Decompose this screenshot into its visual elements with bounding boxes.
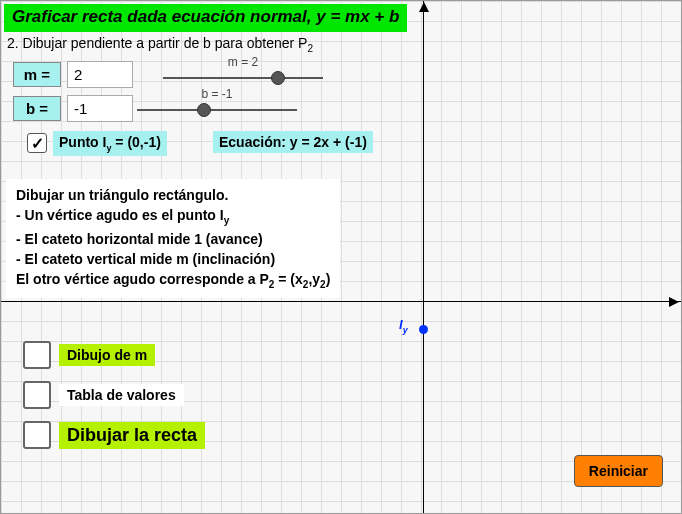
draw-m-checkbox[interactable] — [23, 341, 51, 369]
instr-l4: - El cateto vertical mide m (inclinación… — [16, 251, 275, 267]
b-slider-line — [137, 109, 297, 111]
equation-label: Ecuación: y = 2x + (-1) — [213, 131, 373, 153]
ptn-sub: y — [403, 325, 408, 335]
y-axis-arrow — [419, 2, 429, 12]
m-input[interactable]: 2 — [67, 61, 133, 88]
option-table: Tabla de valores — [23, 381, 184, 409]
intercept-point-label: Punto Iy = (0,-1) — [53, 131, 167, 156]
b-slider[interactable]: b = -1 — [137, 87, 297, 117]
table-checkbox[interactable] — [23, 381, 51, 409]
instr-l5c: ,y — [308, 271, 320, 287]
option-draw-m: Dibujo de m — [23, 341, 155, 369]
instr-l1: Dibujar un triángulo rectángulo. — [16, 187, 228, 203]
m-slider-thumb[interactable] — [271, 71, 285, 85]
instr-l5b: = (x — [274, 271, 302, 287]
m-slider-line — [163, 77, 323, 79]
instr-l2s: y — [224, 215, 230, 226]
instr-l5a: El otro vértice agudo corresponde a P — [16, 271, 269, 287]
instr-l2: - Un vértice agudo es el punto I — [16, 207, 224, 223]
m-label: m = — [13, 62, 61, 87]
page-title: Graficar recta dada ecuación normal, y =… — [4, 4, 407, 32]
draw-line-label: Dibujar la recta — [59, 422, 205, 449]
b-label: b = — [13, 96, 61, 121]
draw-m-label: Dibujo de m — [59, 344, 155, 366]
intercept-checkbox[interactable] — [27, 133, 47, 153]
intercept-point[interactable] — [419, 325, 428, 334]
m-slider-caption: m = 2 — [228, 55, 258, 69]
option-draw-line: Dibujar la recta — [23, 421, 205, 449]
reset-button[interactable]: Reiniciar — [574, 455, 663, 487]
b-slider-track[interactable] — [137, 103, 297, 117]
b-slider-thumb[interactable] — [197, 103, 211, 117]
app-stage: Graficar recta dada ecuación normal, y =… — [0, 0, 682, 514]
y-axis — [423, 1, 424, 513]
pt-post: = (0,-1) — [111, 134, 160, 150]
step-text: 2. Dibujar pendiente a partir de b para … — [7, 35, 307, 51]
m-slider-track[interactable] — [163, 71, 323, 85]
draw-line-checkbox[interactable] — [23, 421, 51, 449]
x-axis — [1, 301, 681, 302]
b-slider-caption: b = -1 — [201, 87, 232, 101]
instr-l3: - El cateto horizontal mide 1 (avance) — [16, 231, 263, 247]
b-input[interactable]: -1 — [67, 95, 133, 122]
m-input-row: m = 2 — [13, 61, 133, 88]
step-sub: 2 — [307, 43, 313, 54]
intercept-checkbox-row: Punto Iy = (0,-1) — [27, 131, 167, 156]
m-slider[interactable]: m = 2 — [163, 55, 323, 85]
instr-l5d: ) — [326, 271, 331, 287]
b-input-row: b = -1 — [13, 95, 133, 122]
x-axis-arrow — [669, 297, 679, 307]
table-label: Tabla de valores — [59, 384, 184, 406]
instructions-box: Dibujar un triángulo rectángulo. - Un vé… — [6, 179, 340, 298]
step-instruction: 2. Dibujar pendiente a partir de b para … — [7, 35, 313, 54]
intercept-point-name: Iy — [399, 317, 408, 335]
pt-pre: Punto I — [59, 134, 106, 150]
